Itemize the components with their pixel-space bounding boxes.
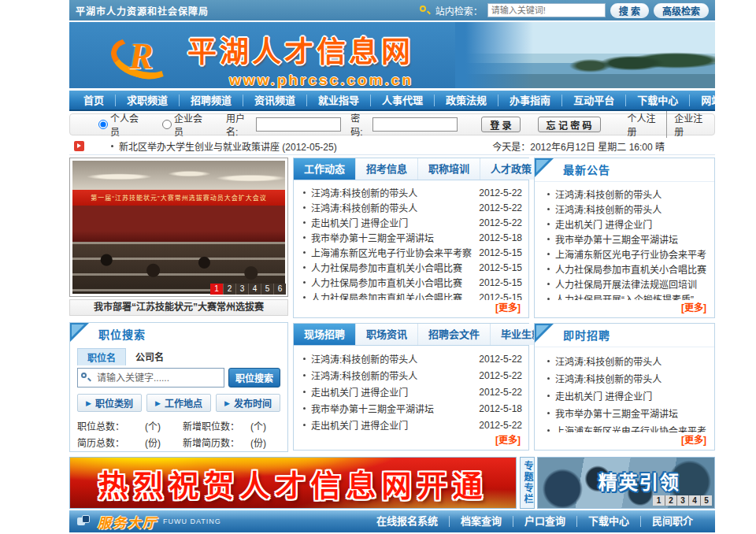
date-weather-text: 今天是：2012年6月12日 星期二 16:00 晴 <box>492 139 710 153</box>
nav-item[interactable]: 政策法规 <box>434 95 498 106</box>
nav-item[interactable]: 求职频道 <box>115 95 179 106</box>
tab-fair-files[interactable]: 招聘会文件 <box>418 324 491 345</box>
keyword-input[interactable] <box>95 372 220 384</box>
site-header: R 平湖人才信息网 www.phrcsc.com.cn <box>69 22 715 88</box>
filter-button[interactable]: ▶ 职位类别 <box>77 394 142 412</box>
filter-button[interactable]: ▶ 工作地点 <box>146 394 211 412</box>
tab-live-recruit[interactable]: 现场招聘 <box>294 324 356 345</box>
more-link[interactable]: [更多] <box>535 432 714 450</box>
tab-job-name[interactable]: 职位名 <box>77 348 126 365</box>
news-item[interactable]: 我市举办第十三期金平湖讲坛 2012-5-18 <box>300 400 522 417</box>
footer-link[interactable]: 档案查询 <box>449 516 513 527</box>
ticker-news-link[interactable]: 新北区举办大学生创业与就业政策讲座 (2012-05-25) <box>119 139 337 153</box>
notice-item[interactable]: 我市举办第十三期金平湖讲坛 <box>541 232 708 247</box>
footer-link[interactable]: 在线报名系统 <box>365 516 449 527</box>
recruit-item[interactable]: 走出机关门 进得企业门 <box>541 387 708 404</box>
photo-page-button[interactable]: 4 <box>248 284 261 295</box>
recruit-item[interactable]: 上海浦东新区光电子行业协会来平考 <box>541 421 708 432</box>
job-search-button[interactable]: 职位搜索 <box>228 368 280 388</box>
recruit-item[interactable]: 汪鸿涛:科技创新的带头人 <box>541 369 708 387</box>
news-item[interactable]: 人力社保局参加市直机关小合唱比赛 2012-5-15 <box>300 260 522 275</box>
more-link[interactable]: [更多] <box>294 432 528 450</box>
photo-page-button[interactable]: 3 <box>235 284 248 295</box>
recruit-item[interactable]: 我市举办第十三期金平湖讲坛 <box>541 404 708 421</box>
corner-ribbon-icon <box>535 158 554 177</box>
celebration-banner[interactable]: 热烈祝贺人才信息网开通 <box>69 457 517 509</box>
photo-caption-link[interactable]: 我市部署“江苏技能状元”大赛常州选拔赛 <box>69 299 288 316</box>
news-item[interactable]: 人力社保局参加市直机关小合唱比赛 2012-5-15 <box>300 290 522 300</box>
company-register-link[interactable]: 企业注册 <box>666 111 706 138</box>
photo-page-button[interactable]: 6 <box>273 284 286 295</box>
advanced-search-button[interactable]: 高级检索 <box>654 3 709 18</box>
footer-link[interactable]: 民间职介 <box>640 516 704 527</box>
stat-value: (份) <box>250 436 280 449</box>
news-item[interactable]: 走出机关门 进得企业门 2012-5-22 <box>300 384 522 400</box>
news-item[interactable]: 上海浦东新区光电子行业协会来平考察 2012-5-15 <box>300 245 522 260</box>
login-button[interactable]: 登 录 <box>481 117 520 132</box>
tab-career-info[interactable]: 职场资讯 <box>356 324 418 345</box>
photo-page-button[interactable]: 5 <box>261 284 273 295</box>
photo-slideshow[interactable]: 第一届“江苏技能状元”大赛常州选拔赛动员大会扩大会议 123456 <box>69 158 288 297</box>
news-item[interactable]: 人力社保局参加市直机关小合唱比赛 2012-5-15 <box>300 275 522 290</box>
more-link[interactable]: [更多] <box>294 300 528 317</box>
news-item[interactable]: 我市举办第十三期金平湖讲坛 2012-5-18 <box>300 230 522 245</box>
elite-banner[interactable]: 精英引领 12345 <box>537 457 715 509</box>
footer-link[interactable]: 下载中心 <box>576 516 640 527</box>
news-item[interactable]: 汪鸿涛:科技创新的带头人 2012-5-22 <box>300 185 522 200</box>
notice-item[interactable]: 汪鸿涛:科技创新的带头人 <box>541 202 708 217</box>
nav-item[interactable]: 首页 <box>72 95 115 106</box>
bullet-icon <box>303 391 306 393</box>
photo-page-button[interactable]: 2 <box>223 284 235 295</box>
banner-page-button[interactable]: 4 <box>688 495 700 506</box>
tab-exam-info[interactable]: 招考信息 <box>356 158 418 180</box>
filter-button[interactable]: ▶ 发布时间 <box>216 394 280 412</box>
news-item[interactable]: 汪鸿涛:科技创新的带头人 2012-5-22 <box>300 200 522 215</box>
news-item[interactable]: 走出机关门 进得企业门 2012-5-22 <box>300 417 522 432</box>
stat-label: 职位总数： <box>77 419 124 432</box>
notice-item[interactable]: 上海浦东新区光电子行业协会来平考 <box>541 247 708 261</box>
bullet-icon <box>547 193 550 195</box>
banner-page-button[interactable]: 3 <box>676 495 688 506</box>
personal-register-link[interactable]: 个人注册 <box>628 111 660 138</box>
news-item[interactable]: 走出机关门 进得企业门 2012-5-22 <box>300 215 522 230</box>
username-input[interactable] <box>256 117 341 132</box>
notice-item[interactable]: 人力社保局开展“入企锻炼提素质” <box>541 291 708 300</box>
news-item[interactable]: 汪鸿涛:科技创新的带头人 2012-5-22 <box>300 367 522 384</box>
nav-item[interactable]: 招聘频道 <box>179 95 243 106</box>
password-input[interactable] <box>372 117 458 132</box>
banner-row: 热烈祝贺人才信息网开通 专题专栏 精英引领 12345 <box>69 457 715 509</box>
site-search-input[interactable] <box>487 3 606 17</box>
arrow-right-icon: ▶ <box>86 399 91 407</box>
tab-work-news[interactable]: 工作动态 <box>294 158 356 180</box>
more-link[interactable]: [更多] <box>535 300 714 317</box>
forgot-password-button[interactable]: 忘 记 密 码 <box>538 117 601 132</box>
job-search-title: 职位搜索 <box>98 328 146 341</box>
notice-item[interactable]: 人力社保局参加市直机关小合唱比赛 <box>541 261 708 276</box>
banner-page-button[interactable]: 1 <box>653 495 665 506</box>
search-button[interactable]: 搜 索 <box>610 3 649 18</box>
nav-item[interactable]: 资讯频道 <box>243 95 306 106</box>
site-url: www.phrcsc.com.cn <box>187 72 413 88</box>
banner-page-button[interactable]: 2 <box>665 495 676 506</box>
nav-item[interactable]: 网站地图 <box>689 95 753 106</box>
personal-member-radio[interactable] <box>98 120 108 129</box>
nav-item[interactable]: 互动平台 <box>561 95 625 106</box>
tab-company-name[interactable]: 公司名 <box>126 348 173 365</box>
nav-item[interactable]: 人事代理 <box>370 95 434 106</box>
banner-page-button[interactable]: 5 <box>700 495 712 506</box>
nav-item[interactable]: 办事指南 <box>498 95 561 106</box>
company-member-radio[interactable] <box>162 120 172 129</box>
recruit-item[interactable]: 汪鸿涛:科技创新的带头人 <box>541 352 708 369</box>
photo-page-button[interactable]: 1 <box>210 284 223 295</box>
footer-link[interactable]: 户口查询 <box>513 516 576 527</box>
news-item[interactable]: 汪鸿涛:科技创新的带头人 2012-5-22 <box>300 350 522 367</box>
nav-item[interactable]: 下载中心 <box>625 95 689 106</box>
tab-title-training[interactable]: 职称培训 <box>418 158 480 180</box>
notice-item[interactable]: 走出机关门 进得企业门 <box>541 217 708 232</box>
member-type-personal[interactable]: 个人会员 <box>98 111 142 138</box>
member-type-company[interactable]: 企业会员 <box>162 111 206 138</box>
bullet-icon <box>547 208 550 210</box>
nav-item[interactable]: 就业指导 <box>306 95 370 106</box>
notice-item[interactable]: 汪鸿涛:科技创新的带头人 <box>541 187 708 202</box>
notice-item[interactable]: 人力社保局开展法律法规巡回培训 <box>541 276 708 291</box>
